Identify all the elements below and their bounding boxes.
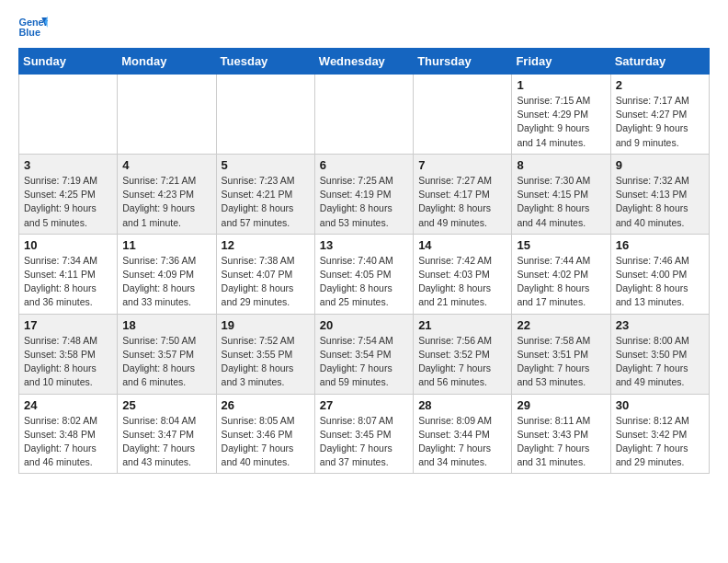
day-info: Sunrise: 8:02 AM Sunset: 3:48 PM Dayligh… [24,414,112,470]
calendar-cell: 2Sunrise: 7:17 AM Sunset: 4:27 PM Daylig… [610,75,709,155]
weekday-header-cell: Monday [118,49,216,75]
day-number: 7 [418,158,506,172]
calendar-cell: 27Sunrise: 8:07 AM Sunset: 3:45 PM Dayli… [314,394,413,474]
day-info: Sunrise: 8:09 AM Sunset: 3:44 PM Dayligh… [418,414,506,470]
day-number: 19 [222,318,310,332]
day-info: Sunrise: 7:50 AM Sunset: 3:57 PM Dayligh… [122,334,210,390]
day-number: 26 [222,398,310,412]
day-info: Sunrise: 7:15 AM Sunset: 4:29 PM Dayligh… [517,94,605,150]
day-info: Sunrise: 8:12 AM Sunset: 3:42 PM Dayligh… [616,414,704,470]
day-info: Sunrise: 7:56 AM Sunset: 3:52 PM Dayligh… [418,334,506,390]
day-info: Sunrise: 7:25 AM Sunset: 4:19 PM Dayligh… [320,174,408,230]
day-info: Sunrise: 7:19 AM Sunset: 4:25 PM Dayligh… [24,174,112,230]
calendar-cell: 1Sunrise: 7:15 AM Sunset: 4:29 PM Daylig… [512,75,610,155]
day-number: 11 [122,238,210,252]
weekday-header-cell: Wednesday [314,49,413,75]
day-number: 2 [616,78,704,92]
calendar-cell: 29Sunrise: 8:11 AM Sunset: 3:43 PM Dayli… [512,394,610,474]
day-info: Sunrise: 7:54 AM Sunset: 3:54 PM Dayligh… [320,334,408,390]
svg-text:Blue: Blue [18,27,40,38]
day-info: Sunrise: 8:05 AM Sunset: 3:46 PM Dayligh… [222,414,310,470]
calendar-cell: 24Sunrise: 8:02 AM Sunset: 3:48 PM Dayli… [19,394,118,474]
day-number: 21 [418,318,506,332]
logo-icon: General Blue [18,15,48,40]
calendar-week-row: 1Sunrise: 7:15 AM Sunset: 4:29 PM Daylig… [19,75,710,155]
calendar-cell [414,75,512,155]
weekday-header-cell: Saturday [610,49,709,75]
day-number: 5 [222,158,310,172]
calendar-cell: 12Sunrise: 7:38 AM Sunset: 4:07 PM Dayli… [216,234,314,314]
weekday-header: SundayMondayTuesdayWednesdayThursdayFrid… [19,49,710,75]
day-number: 6 [320,158,408,172]
day-info: Sunrise: 7:38 AM Sunset: 4:07 PM Dayligh… [222,254,310,310]
calendar-cell: 8Sunrise: 7:30 AM Sunset: 4:15 PM Daylig… [512,154,610,234]
calendar-cell: 25Sunrise: 8:04 AM Sunset: 3:47 PM Dayli… [118,394,216,474]
calendar-week-row: 24Sunrise: 8:02 AM Sunset: 3:48 PM Dayli… [19,394,710,474]
calendar-cell: 22Sunrise: 7:58 AM Sunset: 3:51 PM Dayli… [512,314,610,394]
day-info: Sunrise: 8:00 AM Sunset: 3:50 PM Dayligh… [616,334,704,390]
calendar-cell: 20Sunrise: 7:54 AM Sunset: 3:54 PM Dayli… [314,314,413,394]
day-info: Sunrise: 8:04 AM Sunset: 3:47 PM Dayligh… [122,414,210,470]
weekday-header-cell: Sunday [19,49,118,75]
day-number: 20 [320,318,408,332]
calendar-cell: 18Sunrise: 7:50 AM Sunset: 3:57 PM Dayli… [118,314,216,394]
day-info: Sunrise: 8:07 AM Sunset: 3:45 PM Dayligh… [320,414,408,470]
calendar-week-row: 3Sunrise: 7:19 AM Sunset: 4:25 PM Daylig… [19,154,710,234]
calendar-cell: 17Sunrise: 7:48 AM Sunset: 3:58 PM Dayli… [19,314,118,394]
logo: General Blue [18,15,51,40]
day-info: Sunrise: 7:48 AM Sunset: 3:58 PM Dayligh… [24,334,112,390]
day-number: 14 [418,238,506,252]
day-number: 23 [616,318,704,332]
calendar-cell: 23Sunrise: 8:00 AM Sunset: 3:50 PM Dayli… [610,314,709,394]
day-number: 9 [616,158,704,172]
day-number: 16 [616,238,704,252]
calendar-body: 1Sunrise: 7:15 AM Sunset: 4:29 PM Daylig… [19,75,710,474]
day-number: 4 [122,158,210,172]
calendar-cell [19,75,118,155]
day-info: Sunrise: 7:42 AM Sunset: 4:03 PM Dayligh… [418,254,506,310]
day-number: 22 [517,318,605,332]
day-info: Sunrise: 7:21 AM Sunset: 4:23 PM Dayligh… [122,174,210,230]
calendar-cell: 11Sunrise: 7:36 AM Sunset: 4:09 PM Dayli… [118,234,216,314]
day-info: Sunrise: 7:52 AM Sunset: 3:55 PM Dayligh… [222,334,310,390]
day-info: Sunrise: 7:44 AM Sunset: 4:02 PM Dayligh… [517,254,605,310]
calendar-cell [314,75,413,155]
day-info: Sunrise: 7:46 AM Sunset: 4:00 PM Dayligh… [616,254,704,310]
day-number: 8 [517,158,605,172]
calendar-cell: 16Sunrise: 7:46 AM Sunset: 4:00 PM Dayli… [610,234,709,314]
day-info: Sunrise: 7:27 AM Sunset: 4:17 PM Dayligh… [418,174,506,230]
header: General Blue [18,15,710,40]
calendar-week-row: 10Sunrise: 7:34 AM Sunset: 4:11 PM Dayli… [19,234,710,314]
calendar-cell: 28Sunrise: 8:09 AM Sunset: 3:44 PM Dayli… [414,394,512,474]
calendar-cell: 15Sunrise: 7:44 AM Sunset: 4:02 PM Dayli… [512,234,610,314]
calendar-cell: 9Sunrise: 7:32 AM Sunset: 4:13 PM Daylig… [610,154,709,234]
calendar-week-row: 17Sunrise: 7:48 AM Sunset: 3:58 PM Dayli… [19,314,710,394]
weekday-header-cell: Friday [512,49,610,75]
day-number: 3 [24,158,112,172]
weekday-header-cell: Thursday [414,49,512,75]
day-info: Sunrise: 7:17 AM Sunset: 4:27 PM Dayligh… [616,94,704,150]
day-number: 28 [418,398,506,412]
day-number: 12 [222,238,310,252]
day-number: 24 [24,398,112,412]
day-number: 1 [517,78,605,92]
calendar-cell: 10Sunrise: 7:34 AM Sunset: 4:11 PM Dayli… [19,234,118,314]
day-info: Sunrise: 7:36 AM Sunset: 4:09 PM Dayligh… [122,254,210,310]
calendar-cell: 3Sunrise: 7:19 AM Sunset: 4:25 PM Daylig… [19,154,118,234]
day-info: Sunrise: 8:11 AM Sunset: 3:43 PM Dayligh… [517,414,605,470]
calendar-cell [118,75,216,155]
day-info: Sunrise: 7:32 AM Sunset: 4:13 PM Dayligh… [616,174,704,230]
calendar-cell: 7Sunrise: 7:27 AM Sunset: 4:17 PM Daylig… [414,154,512,234]
calendar-cell: 13Sunrise: 7:40 AM Sunset: 4:05 PM Dayli… [314,234,413,314]
day-number: 18 [122,318,210,332]
day-info: Sunrise: 7:30 AM Sunset: 4:15 PM Dayligh… [517,174,605,230]
calendar-cell: 21Sunrise: 7:56 AM Sunset: 3:52 PM Dayli… [414,314,512,394]
day-number: 13 [320,238,408,252]
day-info: Sunrise: 7:23 AM Sunset: 4:21 PM Dayligh… [222,174,310,230]
calendar-cell: 19Sunrise: 7:52 AM Sunset: 3:55 PM Dayli… [216,314,314,394]
calendar-cell: 30Sunrise: 8:12 AM Sunset: 3:42 PM Dayli… [610,394,709,474]
weekday-header-cell: Tuesday [216,49,314,75]
day-number: 25 [122,398,210,412]
calendar: SundayMondayTuesdayWednesdayThursdayFrid… [18,48,710,474]
page-container: General Blue SundayMondayTuesdayWednesda… [0,0,728,488]
